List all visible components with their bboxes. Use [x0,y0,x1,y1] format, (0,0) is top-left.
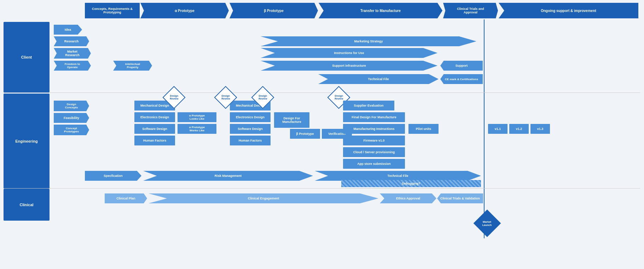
support-box: Support [440,61,483,71]
v12-box: v1.2 [509,124,529,134]
alpha-looks-box: α Prototype Looks Like [178,112,216,122]
human-factors-alpha-box: Human Factors [134,136,175,145]
phase-concepts: Concepts, Requirements & Prototyping [85,3,140,18]
clinical-engagement-box: Clinical Engagement [149,193,378,203]
human-factors-beta-box: Human Factors [230,136,271,145]
instructions-for-use-box: Instructions for Use [261,48,437,58]
phase-alpha: α Prototype [140,3,229,18]
marketing-strategy-box: Marketing Strategy [261,36,476,46]
electronics-design-alpha-box: Electronics Design [134,112,175,122]
risk-management-box: Risk Management [143,171,313,181]
firmware-box: Firmware v1.0 [343,136,405,145]
market-launch-diamond: MarketLaunch [474,210,501,237]
technical-file-client-box: Technical File [318,74,439,84]
row-label-client: Client [4,22,50,92]
alpha-works-box: α Prototype Works Like [178,124,216,134]
beta-prototype-box: β Prototype [290,129,320,139]
phase-ongoing: Ongoing support & improvement [499,3,638,18]
software-design-beta-box: Software Design [230,124,271,134]
clinical-plan-box: Clinical Plan [105,193,147,203]
software-design-alpha-box: Software Design [134,124,175,134]
support-infrastructure-box: Support infrastructure [261,61,437,71]
v11-box: v1.1 [488,124,507,134]
intellectual-property-box: Intellectual Property [113,61,152,71]
h-sep-2 [4,188,640,189]
v13-box: v1.3 [530,124,550,134]
market-research-box: Market Research [54,48,91,59]
ce-mark-box: CE mark & Certifications [440,74,483,84]
app-store-box: App store submission [343,159,405,169]
row-label-engineering: Engineering [4,94,50,189]
debugging-box: Debugging? [341,180,481,187]
pilot-units-box: Pilot units [408,124,439,134]
phase-beta: β Prototype [230,3,318,18]
ethics-approval-box: Ethics Approval [380,193,436,203]
research-box: Research [54,36,89,46]
manufacturing-instructions-box: Manufacturing Instructions [343,124,405,134]
separator-line [484,19,485,238]
diagram-container: Concepts, Requirements & Prototyping α P… [0,0,644,269]
concept-prototypes-box: Concept Prototypes [54,125,89,135]
h-sep-1 [4,92,640,93]
phase-transfer: Transfer to Manufacture [319,3,442,18]
design-concepts-box: Design Concepts [54,101,89,111]
electronics-design-beta-box: Electronics Design [230,112,271,122]
idea-box: Idea [54,25,82,35]
design-for-manufacture-box: Design For Manufacture [274,112,309,128]
freedom-to-operate-box: Freedom to Operate [54,61,91,71]
feasibility-box: Feasibility [54,113,89,123]
technical-file-eng-box: Technical File [315,171,481,181]
supplier-evaluation-box: Supplier Evaluation [343,101,394,110]
row-label-clinical: Clinical [4,189,50,221]
cloud-server-box: Cloud / Server provisioning [343,147,405,157]
specification-box: Specfication [85,171,141,181]
phase-clinical-trials: Clinical Trials and Approval [443,3,498,18]
final-design-box: Final Design For Manufacture [343,112,405,122]
clinical-trials-validation-box: Clinical Trials & Validation [437,193,483,203]
